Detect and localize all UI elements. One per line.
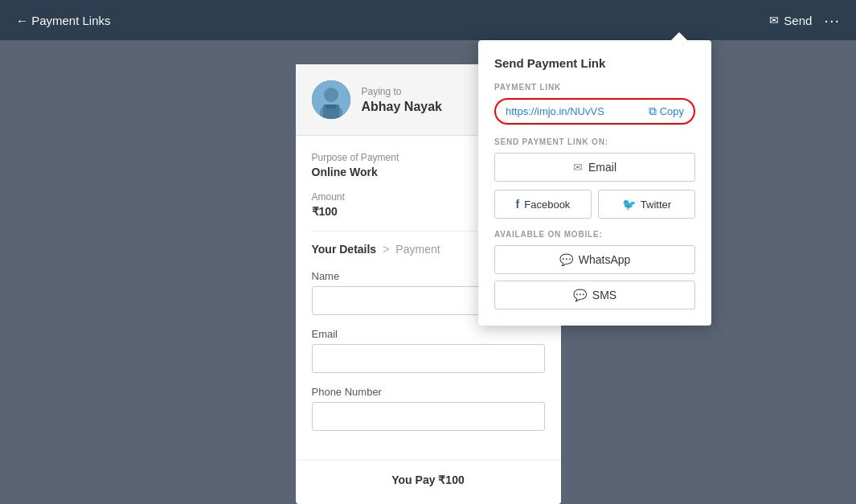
back-button[interactable]: ← Payment Links [16, 14, 111, 27]
svg-rect-4 [326, 104, 336, 109]
header-right: ✉ Send ··· [769, 11, 840, 30]
send-on-label: SEND PAYMENT LINK ON: [494, 137, 695, 146]
more-options-button[interactable]: ··· [824, 11, 840, 30]
facebook-button[interactable]: f Facebook [494, 190, 592, 219]
email-label: Email [312, 328, 545, 340]
dots-label: ··· [824, 11, 840, 29]
back-label: ← Payment Links [16, 14, 111, 27]
payment-link-url[interactable]: https://imjo.in/NUvVS [506, 105, 604, 117]
sms-button[interactable]: 💬 SMS [494, 281, 695, 309]
whatsapp-label: WhatsApp [579, 253, 631, 266]
copy-label: Copy [660, 105, 684, 117]
email-btn-label: Email [588, 161, 616, 174]
step-payment: Payment [395, 243, 440, 256]
email-input[interactable] [312, 344, 545, 373]
copy-icon: ⧉ [649, 104, 657, 118]
social-row: f Facebook 🐦 Twitter [494, 190, 695, 219]
link-section-label: PAYMENT LINK [494, 83, 695, 92]
panel-arrow [671, 32, 687, 40]
envelope-icon: ✉ [769, 14, 779, 27]
email-button[interactable]: ✉ Email [494, 153, 695, 182]
mobile-label: AVAILABLE ON MOBILE: [494, 230, 695, 239]
send-panel: Send Payment Link PAYMENT LINK https://i… [478, 40, 711, 326]
twitter-label: Twitter [641, 199, 671, 211]
whatsapp-button[interactable]: 💬 WhatsApp [494, 245, 695, 274]
avatar-image [312, 80, 350, 119]
sms-icon: 💬 [573, 289, 587, 301]
copy-button[interactable]: ⧉ Copy [649, 104, 684, 118]
send-button[interactable]: ✉ Send [769, 14, 812, 27]
svg-point-1 [324, 88, 338, 102]
email-icon: ✉ [573, 161, 583, 174]
whatsapp-icon: 💬 [559, 253, 573, 266]
sms-label: SMS [592, 289, 616, 301]
header-left: ← Payment Links [16, 14, 111, 27]
header: ← Payment Links ✉ Send ··· [0, 0, 856, 40]
avatar [312, 80, 350, 119]
panel-title: Send Payment Link [494, 56, 695, 70]
card-footer: You Pay ₹100 [296, 460, 561, 499]
paying-to-label: Paying to [362, 86, 443, 97]
email-group: Email [312, 328, 545, 373]
paying-to-name: Abhay Nayak [362, 100, 443, 114]
facebook-label: Facebook [524, 199, 570, 211]
twitter-icon: 🐦 [622, 198, 636, 211]
link-box: https://imjo.in/NUvVS ⧉ Copy [494, 98, 695, 125]
phone-group: Phone Number [312, 386, 545, 431]
footer-text: You Pay ₹100 [391, 473, 464, 486]
phone-label: Phone Number [312, 386, 545, 398]
send-label: Send [784, 14, 812, 27]
paying-to-info: Paying to Abhay Nayak [362, 86, 443, 114]
step-your-details: Your Details [312, 243, 377, 256]
twitter-button[interactable]: 🐦 Twitter [598, 190, 695, 219]
chevron-icon: > [383, 243, 389, 256]
phone-input[interactable] [312, 402, 545, 431]
main-content: Paying to Abhay Nayak Purpose of Payment… [0, 40, 856, 504]
facebook-icon: f [516, 198, 520, 211]
